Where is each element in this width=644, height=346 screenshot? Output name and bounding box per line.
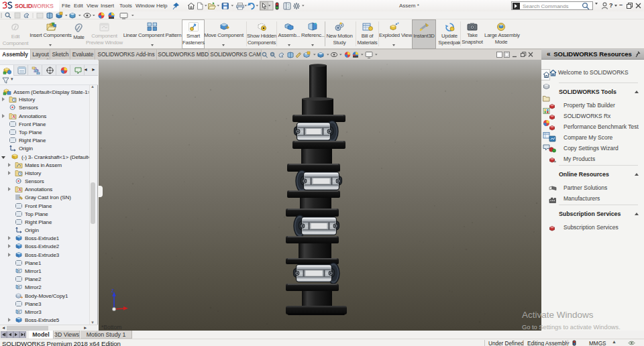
svg-text:*Bottom: *Bottom: [101, 324, 121, 331]
svg-text:SOLID: SOLID: [15, 3, 32, 9]
svg-text:Z: Z: [111, 288, 114, 293]
svg-text:A: A: [13, 115, 15, 119]
svg-text:WORKS: WORKS: [32, 3, 54, 9]
svg-text:A: A: [19, 188, 21, 192]
